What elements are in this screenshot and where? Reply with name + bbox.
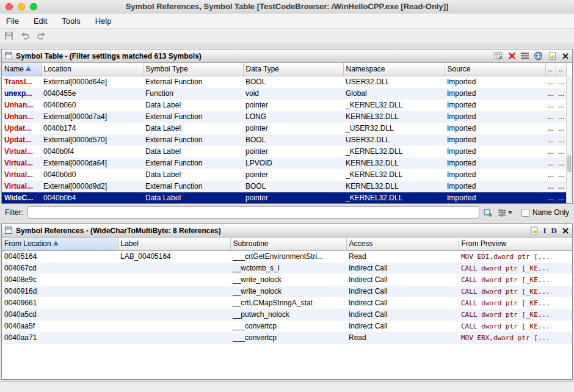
symbol-table-row[interactable]: Virtual...External[0000d9d2]External Fun… (2, 181, 566, 192)
reference-cell[interactable]: 0040916d (2, 286, 118, 297)
checkbox-box[interactable] (521, 209, 529, 217)
symbol-name-cell[interactable]: Updat... (2, 134, 41, 146)
instruction-references-toggle-icon[interactable]: I (543, 227, 547, 234)
menu-help[interactable]: Help (95, 16, 112, 26)
reference-cell[interactable]: Read (346, 332, 459, 344)
symbol-cell[interactable]: ... (556, 123, 566, 134)
symbol-cell[interactable]: ... (556, 111, 566, 123)
reference-cell[interactable]: 0040a5cd (2, 309, 118, 321)
reference-row[interactable]: 0040aa71___convertcpReadMOV EBX,dword pt… (2, 332, 572, 344)
globe-icon[interactable] (534, 51, 543, 60)
save-icon[interactable] (4, 31, 13, 40)
symbol-cell[interactable]: External[0000d7a4] (41, 111, 143, 123)
symbol-table-row[interactable]: WideC...0040b0b4Data Labelpointer_KERNEL… (2, 192, 566, 204)
symbol-cell[interactable]: ... (545, 169, 556, 181)
symbol-cell[interactable]: Data Label (143, 169, 243, 181)
symbol-table-row[interactable]: Virtual...0040b0d0Data Labelpointer_KERN… (2, 169, 566, 181)
preview-cell[interactable]: MOV EDI,dword ptr [... (459, 250, 572, 263)
reference-cell[interactable]: Indirect Call (346, 321, 459, 332)
reference-cell[interactable]: 00405164 (2, 250, 118, 263)
column-header-label[interactable]: Label (118, 238, 230, 250)
symbol-cell[interactable]: ... (545, 192, 556, 204)
symbol-cell[interactable]: pointer (243, 192, 343, 204)
symbol-cell[interactable]: Imported (445, 123, 545, 134)
column-header-symbol-type[interactable]: Symbol Type (143, 63, 243, 76)
column-header-data-type[interactable]: Data Type (243, 63, 343, 76)
symbol-cell[interactable]: _KERNEL32.DLL (343, 146, 445, 158)
symbol-cell[interactable]: ... (545, 134, 556, 146)
symbol-cell[interactable]: 0040b060 (41, 100, 143, 111)
reference-cell[interactable] (118, 263, 230, 274)
column-header-namespace[interactable]: Namespace (343, 63, 445, 76)
symbol-cell[interactable]: ... (545, 100, 556, 111)
symbol-cell[interactable]: Imported (445, 76, 545, 88)
reference-cell[interactable]: ___convertcp (230, 332, 346, 344)
symbol-name-cell[interactable]: unexp... (2, 88, 41, 100)
reference-cell[interactable]: 0040aa5f (2, 321, 118, 332)
column-header-reference-count[interactable]: .. (545, 63, 556, 76)
symbol-cell[interactable]: Data Label (143, 123, 243, 134)
column-header-subroutine[interactable]: Subroutine (230, 238, 346, 250)
reference-cell[interactable]: 00409661 (2, 297, 118, 309)
symbol-cell[interactable]: External Function (143, 76, 243, 88)
symbol-table-row[interactable]: Unhan...External[0000d7a4]External Funct… (2, 111, 566, 123)
symbol-cell[interactable]: ... (545, 158, 556, 169)
symbol-cell[interactable]: BOOL (243, 76, 343, 88)
symbol-table-panel-header[interactable]: Symbol Table - (Filter settings matched … (2, 49, 572, 63)
reference-cell[interactable]: __putwch_nolock (230, 309, 346, 321)
symbol-cell[interactable]: ... (556, 146, 566, 158)
macos-zoom-button[interactable] (30, 3, 37, 10)
reference-row[interactable]: 00405164LAB_00405164___crtGetEnvironment… (2, 250, 572, 263)
symbol-cell[interactable]: Imported (445, 134, 545, 146)
reference-row[interactable]: 0040a5cd__putwch_nolockIndirect CallCALL… (2, 309, 572, 321)
preview-cell[interactable]: CALL dword ptr [_KE... (459, 321, 572, 332)
symbol-table-row[interactable]: Updat...External[0000d570]External Funct… (2, 134, 566, 146)
symbol-cell[interactable]: External Function (143, 134, 243, 146)
filter-action-icon[interactable] (484, 208, 493, 217)
symbol-cell[interactable]: LPVOID (243, 158, 343, 169)
reference-cell[interactable] (118, 274, 230, 286)
symbol-cell[interactable]: Global (343, 88, 445, 100)
symbol-cell[interactable]: pointer (243, 100, 343, 111)
symbol-cell[interactable]: _KERNEL32.DLL (343, 100, 445, 111)
symbol-cell[interactable]: ... (556, 134, 566, 146)
symbol-cell[interactable]: Data Label (143, 146, 243, 158)
reference-cell[interactable] (118, 309, 230, 321)
symbol-cell[interactable]: BOOL (243, 181, 343, 192)
symbol-cell[interactable]: Imported (445, 158, 545, 169)
vertical-scrollbar[interactable] (566, 76, 572, 203)
filter-input[interactable] (27, 206, 479, 219)
symbol-cell[interactable]: ... (545, 181, 556, 192)
menu-file[interactable]: File (6, 16, 19, 26)
menu-tools[interactable]: Tools (62, 16, 80, 26)
reference-cell[interactable] (118, 332, 230, 344)
snapshot-icon[interactable] (530, 227, 539, 235)
edit-filter-icon[interactable] (494, 51, 503, 60)
symbol-cell[interactable]: ... (545, 76, 556, 88)
symbol-cell[interactable]: ... (556, 169, 566, 181)
symbol-cell[interactable]: Imported (445, 146, 545, 158)
symbol-cell[interactable]: ... (556, 192, 566, 204)
symbol-cell[interactable]: Imported (445, 192, 545, 204)
make-selection-icon[interactable] (521, 53, 529, 59)
symbol-cell[interactable]: External Function (143, 158, 243, 169)
close-panel-icon[interactable] (562, 53, 569, 60)
undo-icon[interactable] (20, 32, 30, 40)
symbol-cell[interactable]: External[0000d64e] (41, 76, 143, 88)
column-header-name[interactable]: Name (2, 63, 41, 76)
symbol-cell[interactable]: pointer (243, 146, 343, 158)
reference-cell[interactable]: __write_nolock (230, 274, 346, 286)
symbol-cell[interactable]: _KERNEL32.DLL (343, 169, 445, 181)
column-header-access[interactable]: Access (346, 238, 459, 250)
symbol-cell[interactable]: External Function (143, 111, 243, 123)
symbol-cell[interactable]: Function (143, 88, 243, 100)
symbol-table-row[interactable]: unexp...0040455eFunctionvoidGlobalImport… (2, 88, 566, 100)
symbol-cell[interactable]: External[0000da64] (41, 158, 143, 169)
reference-row[interactable]: 0040916d__write_nolockIndirect CallCALL … (2, 286, 572, 297)
symbol-cell[interactable]: LONG (243, 111, 343, 123)
symbol-name-cell[interactable]: Virtual... (2, 181, 41, 192)
reference-cell[interactable]: Indirect Call (346, 263, 459, 274)
symbol-cell[interactable]: 0040b0b4 (41, 192, 143, 204)
symbol-cell[interactable]: 0040b0f4 (41, 146, 143, 158)
reference-cell[interactable]: __crtLCMapStringA_stat (230, 297, 346, 309)
